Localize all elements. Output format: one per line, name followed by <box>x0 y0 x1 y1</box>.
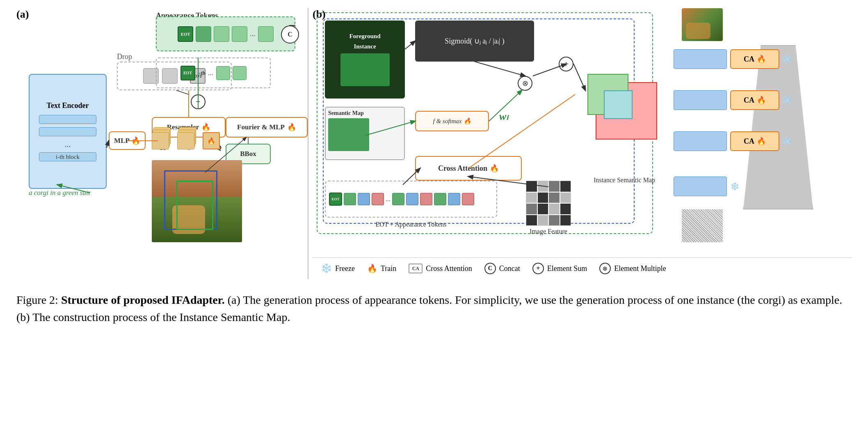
blue-bar-4 <box>674 177 727 196</box>
tok-red-b-1 <box>372 193 384 205</box>
tok-blue-b-1 <box>358 193 370 205</box>
snowflake-2: ❄️ <box>783 96 792 105</box>
green-token-3 <box>232 26 247 42</box>
snowflake-3: ❄️ <box>783 137 792 146</box>
green-token-2 <box>214 26 229 42</box>
legend-element-multiple-label: Element Multiple <box>614 264 666 273</box>
fire-ca2: 🔥 <box>757 96 766 105</box>
caption-title: Structure of proposed IFAdapter. <box>61 294 225 306</box>
gc-9 <box>526 204 537 214</box>
legend-element-multiple: ⊗ Element Multiple <box>599 263 666 274</box>
eot-token-dark-1: EOT <box>178 26 193 42</box>
plus-circle-a: + <box>191 94 206 109</box>
green-token-4 <box>258 26 274 42</box>
eot-green-ith: EOT <box>180 66 195 80</box>
sigmoid-text: Sigmoid( ∪ⱼ aⱼ / |aᵢ| ) <box>445 37 505 46</box>
text-encoder-box: Text Encoder ... i-th block <box>29 74 107 189</box>
fg-instance-label: Foreground <box>349 33 380 40</box>
semantic-map-label: Semantic Map <box>328 110 364 117</box>
svg-line-3 <box>176 90 189 94</box>
gc-14 <box>538 215 548 226</box>
legend-train: 🔥 Train <box>367 264 396 273</box>
legend-snowflake-icon: ❄️ <box>321 263 332 274</box>
diagrams-row: (a) Text Encoder ... i-th block Drop ...… <box>16 8 852 279</box>
divider <box>308 8 308 279</box>
diagram-b: (b) Foreground Instance Semantic Map <box>313 8 852 279</box>
fg-green-rect <box>340 53 390 86</box>
bbox-green <box>176 181 213 230</box>
tok-blue-b-3 <box>448 193 460 205</box>
ith-row-box: EOT i-th ... <box>156 57 271 88</box>
snowflake-1: ❄️ <box>783 55 792 64</box>
gc-1 <box>526 181 537 192</box>
section-label-a: (a) <box>16 8 29 21</box>
ith-block-label: i-th block <box>56 154 80 161</box>
gc-15 <box>549 215 560 226</box>
legend-freeze-label: Freeze <box>335 264 355 273</box>
gc-16 <box>560 215 571 226</box>
figure-num: Figure 2: <box>16 294 58 306</box>
gc-11 <box>549 204 560 214</box>
gc-10 <box>538 204 548 214</box>
fourier-mlp-box: Fourier & MLP 🔥 <box>226 117 308 138</box>
legend: ❄️ Freeze 🔥 Train CA Cross Attention C C… <box>313 257 852 279</box>
tok-green-b-1 <box>344 193 356 205</box>
legend-cross-attention-label: Cross Attention <box>426 264 472 273</box>
appearance-tokens-box: EOT ... <box>156 16 295 51</box>
legend-x-circle: ⊗ <box>599 263 611 274</box>
semantic-map-box: Semantic Map <box>325 107 405 160</box>
fire-fsoftmax: 🔥 <box>464 117 471 125</box>
fire-ca3: 🔥 <box>757 137 766 146</box>
eot-app-label-b: EOT + Appearance Tokens <box>325 221 497 228</box>
legend-concat-circle: C <box>484 263 496 274</box>
mlp-box: MLP 🔥 <box>109 131 146 150</box>
plus-circle-b: + <box>559 57 573 71</box>
legend-plus-circle: + <box>532 263 544 274</box>
gc-4 <box>560 181 571 192</box>
fg-instance-box: Foreground Instance <box>325 21 405 99</box>
image-feature-grid <box>526 181 571 226</box>
kvq-tokens: 🔥 <box>152 127 223 152</box>
legend-concat: C Concat <box>484 263 520 274</box>
tok-blue-b-2 <box>406 193 418 205</box>
tok-red-b-3 <box>462 193 474 205</box>
legend-element-sum: + Element Sum <box>532 263 587 274</box>
ism-area <box>583 57 665 172</box>
tok-green-b-2 <box>392 193 404 205</box>
legend-train-label: Train <box>381 264 396 273</box>
wi-label: wᵢ <box>499 110 508 123</box>
ca-block-1: CA 🔥 <box>730 49 779 69</box>
unet-shape <box>743 45 813 209</box>
gc-12 <box>560 204 571 214</box>
fg-instance-label2: Instance <box>354 43 376 50</box>
gc-5 <box>526 193 537 203</box>
image-feature-label: Image Feature <box>518 228 579 235</box>
fsoftmax-label: f & softmax <box>433 118 462 125</box>
eot-tok-b: EOT <box>329 193 342 206</box>
fire-ca1: 🔥 <box>757 55 766 64</box>
ism-label: Instance Semantic Map <box>583 177 665 184</box>
blue-bar-2 <box>674 90 727 110</box>
ith-label-token: i-th <box>198 70 206 76</box>
blue-bar-3 <box>674 131 727 151</box>
multiply-circle: ⊗ <box>518 76 532 91</box>
fire-ca: 🔥 <box>490 164 499 173</box>
gc-6 <box>538 193 548 203</box>
corgi-image <box>152 160 242 242</box>
green-token-1 <box>196 26 211 42</box>
snowflake-4: ❄️ <box>730 182 739 191</box>
top-image-thumb <box>682 8 723 41</box>
eot-app-tokens-b: EOT ... <box>325 181 497 218</box>
ca-row-1: CA 🔥 ❄️ <box>674 49 792 69</box>
fsoftmax-box: f & softmax 🔥 <box>415 111 489 131</box>
main-container: (a) Text Encoder ... i-th block Drop ...… <box>16 8 852 326</box>
gc-13 <box>526 215 537 226</box>
blue-bar-1 <box>674 49 727 69</box>
noise-image <box>682 209 723 242</box>
gc-3 <box>549 181 560 192</box>
diag-b-inner: Foreground Instance Semantic Map Sigmoid… <box>313 8 852 279</box>
ca-row-3: CA 🔥 ❄️ <box>674 131 792 151</box>
caption: Figure 2: Structure of proposed IFAdapte… <box>16 291 852 326</box>
te-block-2 <box>39 127 96 136</box>
legend-ca: CA Cross Attention <box>409 264 472 273</box>
